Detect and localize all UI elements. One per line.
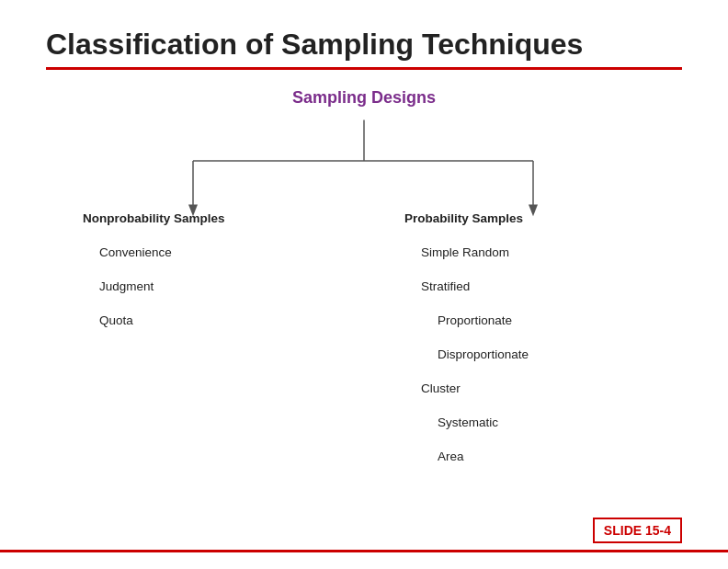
diagram-lines <box>46 112 682 443</box>
slide: Classification of Sampling Techniques Sa… <box>0 0 728 569</box>
diagram: Nonprobability Samples Convenience Judgm… <box>46 112 682 443</box>
cluster-label: Cluster <box>404 381 529 395</box>
proportionate-label: Proportionate <box>404 313 529 327</box>
nonprobability-label: Nonprobability Samples <box>83 211 225 225</box>
simple-random-label: Simple Random <box>404 245 529 259</box>
judgment-label: Judgment <box>83 279 225 293</box>
top-divider <box>46 67 682 70</box>
probability-branch: Probability Samples Simple Random Strati… <box>404 211 529 322</box>
area-label: Area <box>404 450 529 463</box>
probability-label: Probability Samples <box>404 211 529 225</box>
quota-label: Quota <box>83 313 225 327</box>
page-title: Classification of Sampling Techniques <box>46 28 682 62</box>
svg-marker-5 <box>529 205 538 217</box>
convenience-label: Convenience <box>83 245 225 259</box>
stratified-label: Stratified <box>404 279 529 293</box>
systematic-label: Systematic <box>404 415 529 429</box>
disproportionate-label: Disproportionate <box>404 347 529 361</box>
center-label: Sampling Designs <box>46 88 682 108</box>
slide-badge: SLIDE 15-4 <box>593 518 682 543</box>
nonprobability-branch: Nonprobability Samples Convenience Judgm… <box>83 211 225 267</box>
bottom-divider <box>0 550 728 552</box>
